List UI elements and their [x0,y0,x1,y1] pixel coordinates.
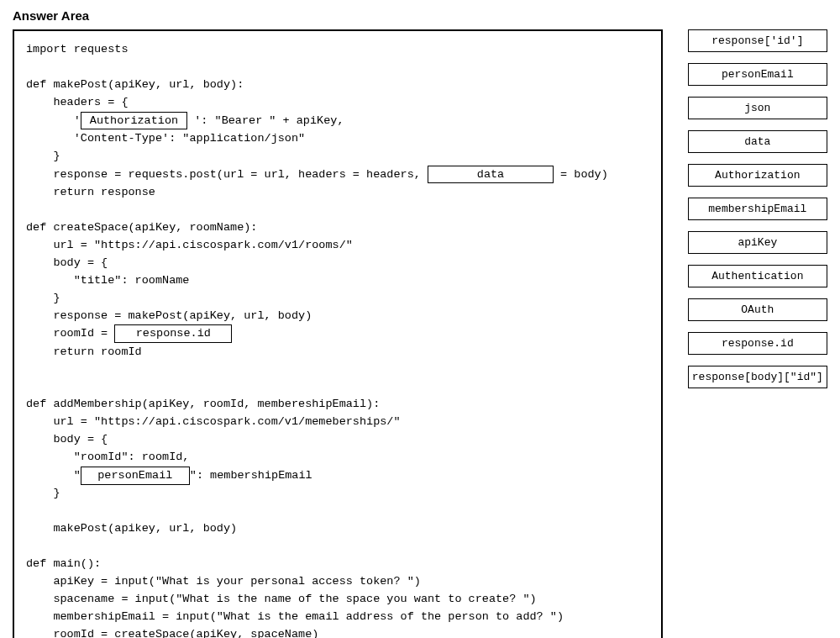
code-line: body = { [26,433,108,446]
option-personemail[interactable]: personEmail [688,63,827,86]
option-authentication[interactable]: Authentication [688,265,827,287]
option-membershipemail[interactable]: membershipEmail [688,198,827,220]
code-line: membershipEmail = input("What is the ema… [26,610,564,623]
code-line: "title": roomName [26,274,189,287]
drop-target-authorization[interactable]: Authorization [81,112,187,130]
code-line: spacename = input("What is the name of t… [26,593,537,605]
code-line: def createSpace(apiKey, roomName): [26,221,257,234]
code-line: body = { [26,256,108,269]
option-oauth[interactable]: OAuth [688,298,827,321]
option-response-body-id[interactable]: response[body]["id"] [688,366,827,388]
code-line: "roomId": roomId, [26,451,189,463]
option-response-id-dot[interactable]: response.id [688,332,827,355]
drop-target-data[interactable]: data [428,166,554,184]
code-line: apiKey = input("What is your personal ac… [26,575,421,588]
code-panel: import requests def makePost(apiKey, url… [13,29,663,638]
code-line: ' [26,114,81,127]
code-line: } [26,292,60,304]
option-apikey[interactable]: apiKey [688,231,827,254]
answer-area-header: Answer Area [13,8,827,23]
code-line: url = "https://api.ciscospark.com/v1/roo… [26,239,353,251]
code-line: roomId = createSpace(apiKey, spaceName) [26,628,318,638]
code-line: } [26,150,60,162]
option-json[interactable]: json [688,97,827,119]
content-row: import requests def makePost(apiKey, url… [13,29,827,638]
code-line: headers = { [26,96,129,108]
code-line: ": membershipEmail [190,470,312,482]
code-line: return response [26,186,155,198]
code-line: def makePost(apiKey, url, body): [26,78,244,91]
code-line: import requests [26,43,129,55]
code-line: ': "Bearer " + apiKey, [194,114,344,127]
drop-target-personemail[interactable]: personEmail [81,467,190,485]
code-line: response = makePost(apiKey, url, body) [26,309,312,322]
code-line: def addMembership(apiKey, roomId, member… [26,398,380,410]
code-line: " [26,470,81,482]
code-line: makePost(apikey, url, body) [26,522,237,535]
code-line: 'Content-Type': "application/json" [26,132,305,145]
drop-target-responseid[interactable]: response.id [114,324,232,343]
code-line: = body) [554,168,608,181]
code-line: response = requests.post(url = url, head… [26,168,428,181]
option-authorization[interactable]: Authorization [688,164,827,187]
code-line: def main(): [26,557,101,570]
code-line: roomId = [26,328,114,340]
option-data[interactable]: data [688,130,827,153]
code-line: return roomId [26,345,142,358]
options-column: response['id'] personEmail json data Aut… [688,29,827,388]
option-response-id-bracket[interactable]: response['id'] [688,29,827,52]
code-line: url = "https://api.ciscospark.com/v1/mem… [26,415,401,428]
code-line: } [26,487,60,499]
